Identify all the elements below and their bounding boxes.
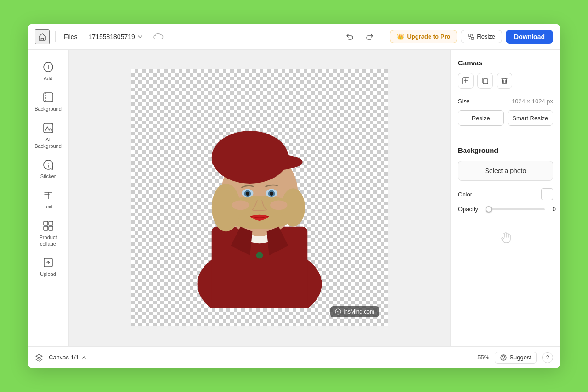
sidebar-item-sticker[interactable]: Sticker (32, 155, 65, 183)
chevron-up-icon (81, 354, 87, 361)
zoom-level: 55% (477, 354, 489, 361)
sidebar-label-ai-background: AI Background (34, 136, 63, 150)
layers-icon (35, 353, 43, 362)
resize-buttons: Resize Smart Resize (458, 110, 553, 126)
sidebar-item-upload[interactable]: Upload (32, 252, 65, 281)
watermark-text: insMind.com (344, 308, 374, 315)
color-label: Color (458, 191, 472, 198)
resize-button[interactable]: Resize (458, 110, 504, 126)
layers-button[interactable] (35, 353, 43, 362)
svg-point-25 (246, 192, 249, 196)
svg-point-29 (256, 252, 263, 259)
sidebar-label-add: Add (44, 75, 53, 82)
panel-delete-button[interactable] (497, 73, 512, 89)
svg-rect-6 (49, 221, 53, 225)
smart-resize-button[interactable]: Smart Resize (508, 110, 554, 126)
text-icon (42, 189, 55, 202)
sidebar-item-text[interactable]: Text (32, 185, 65, 213)
opacity-value: 0 (548, 206, 556, 213)
crown-icon: 👑 (397, 33, 404, 40)
svg-point-27 (232, 200, 249, 210)
svg-rect-8 (49, 226, 53, 230)
opacity-label: Opacity (458, 206, 482, 213)
sidebar: Add Background (28, 50, 69, 346)
background-icon (42, 91, 55, 104)
panel-duplicate-button[interactable] (477, 73, 493, 89)
svg-point-28 (270, 200, 288, 210)
resize-header-button[interactable]: Resize (461, 30, 502, 43)
suggest-label: Suggest (509, 354, 531, 361)
home-button[interactable] (35, 29, 50, 44)
svg-rect-7 (44, 226, 48, 230)
sidebar-label-upload: Upload (40, 271, 56, 277)
redo-button[interactable] (362, 29, 377, 44)
resize-icon (468, 34, 474, 40)
product-collage-icon (42, 219, 55, 232)
header: Files 1715581805719 👑 Upgrad (28, 24, 560, 50)
svg-rect-3 (44, 93, 53, 102)
svg-rect-1 (471, 37, 474, 39)
cloud-sync-icon[interactable] (153, 32, 164, 42)
opacity-row: Opacity 0 (458, 206, 553, 213)
chevron-down-icon (137, 34, 143, 40)
sidebar-item-ai-background[interactable]: AI Background (32, 118, 65, 153)
upgrade-button[interactable]: 👑 Upgrade to Pro (390, 30, 457, 43)
svg-rect-5 (44, 221, 48, 225)
background-section-title: Background (458, 146, 553, 154)
svg-rect-32 (483, 79, 488, 84)
right-panel: Canvas (450, 50, 560, 346)
ai-background-icon (42, 122, 55, 134)
svg-point-17 (212, 131, 288, 184)
panel-title: Canvas (458, 59, 553, 67)
watermark-icon (335, 308, 341, 315)
canvas-stage: insMind.com (131, 69, 388, 326)
select-photo-button[interactable]: Select a photo (458, 161, 553, 181)
sidebar-item-background[interactable]: Background (32, 87, 65, 116)
upload-icon (42, 256, 55, 269)
sidebar-label-text: Text (43, 203, 52, 210)
watermark: insMind.com (330, 306, 379, 317)
suggest-icon (500, 354, 507, 361)
help-button[interactable]: ? (542, 352, 553, 363)
svg-point-34 (503, 359, 504, 359)
svg-rect-0 (468, 34, 470, 36)
undo-button[interactable] (342, 29, 357, 44)
header-divider (55, 31, 56, 42)
sticker-icon (42, 158, 55, 171)
size-row: Size 1024 × 1024 px (458, 98, 553, 105)
main-area: Add Background (28, 50, 560, 346)
add-icon (42, 61, 55, 73)
color-row: Color (458, 188, 553, 200)
header-actions: 👑 Upgrade to Pro Resize Download (390, 30, 553, 44)
sidebar-item-add[interactable]: Add (32, 57, 65, 85)
section-divider (458, 139, 553, 139)
canvas-label: Canvas 1/1 (49, 354, 79, 361)
panel-toolbar (458, 73, 553, 89)
suggest-button[interactable]: Suggest (495, 352, 537, 364)
size-label: Size (458, 98, 469, 105)
svg-point-26 (270, 192, 273, 196)
sidebar-label-product-collage: Product collage (34, 234, 63, 247)
canvas-image (177, 83, 342, 308)
sidebar-label-background: Background (34, 106, 62, 112)
filename-display[interactable]: 1715581805719 (86, 31, 146, 42)
files-nav[interactable]: Files (61, 31, 80, 42)
color-swatch[interactable] (541, 188, 553, 200)
panel-style-button[interactable] (458, 73, 474, 89)
sidebar-label-sticker: Sticker (40, 173, 56, 179)
canvas-area[interactable]: insMind.com (69, 50, 450, 346)
bottom-bar: Canvas 1/1 55% Suggest ? (28, 346, 560, 368)
canvas-indicator[interactable]: Canvas 1/1 (49, 354, 87, 361)
hand-cursor-icon (458, 231, 553, 246)
download-button[interactable]: Download (506, 30, 553, 44)
size-value: 1024 × 1024 px (512, 98, 553, 105)
opacity-slider[interactable] (486, 208, 545, 210)
sidebar-item-product-collage[interactable]: Product collage (32, 216, 65, 251)
svg-point-30 (335, 309, 341, 314)
